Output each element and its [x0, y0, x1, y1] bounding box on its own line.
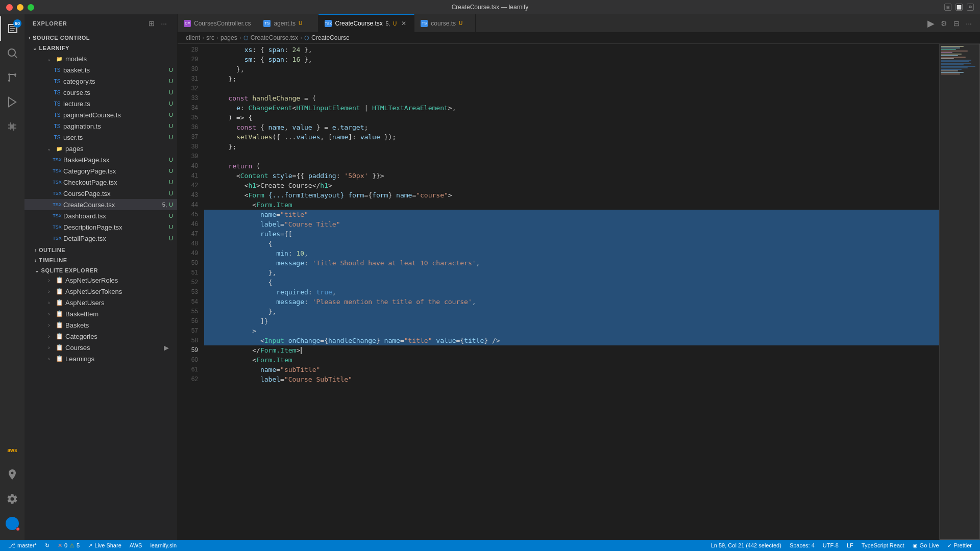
file-course-page[interactable]: TSX CoursePage.tsx U [24, 188, 177, 199]
sqlite-aspnetusers[interactable]: › 📋 AspNetUsers [24, 297, 177, 308]
file-num-badge: 5, [162, 202, 167, 208]
sqlite-basketitem[interactable]: › 📋 BasketItem [24, 308, 177, 319]
window-controls[interactable] [6, 4, 34, 11]
window-icon[interactable]: ⬜ [955, 4, 963, 11]
sqlite-section[interactable]: ⌄ SQLITE EXPLORER [24, 264, 177, 274]
file-description-page[interactable]: TSX DescriptionPage.tsx U [24, 221, 177, 233]
source-control-chevron: › [29, 35, 31, 41]
grid-icon[interactable]: ⊞ [944, 4, 951, 11]
file-pagination-ts[interactable]: TS pagination.ts U [24, 120, 177, 132]
close-button[interactable] [6, 4, 13, 11]
line-number: 45 [178, 210, 204, 219]
git-branch-icon: ⎇ [8, 542, 15, 549]
activity-settings[interactable] [0, 487, 24, 511]
split-editor-button[interactable]: ⊟ [953, 19, 960, 28]
table-expand-icon: › [45, 287, 53, 295]
activity-remote[interactable] [0, 462, 24, 487]
status-live-share[interactable]: ↗ Live Share [84, 540, 126, 551]
file-category-page[interactable]: TSX CategoryPage.tsx U [24, 165, 177, 177]
explorer-badge: 60 [13, 19, 21, 28]
breadcrumb-client[interactable]: client [186, 34, 200, 41]
minimap-viewport[interactable] [940, 44, 980, 540]
activity-search[interactable] [0, 41, 24, 65]
code-area[interactable]: xs: { span: 24 }, sm: { span: 16 }, }, }… [204, 44, 939, 540]
learnify-section[interactable]: ⌄ LEARNIFY [24, 43, 177, 53]
cursor-position: Ln 59, Col 21 (442 selected) [711, 542, 781, 548]
status-language[interactable]: TypeScript React [857, 540, 909, 551]
tab-course-ts[interactable]: TS course.ts U [414, 14, 476, 32]
tab-close-button[interactable]: ✕ [400, 19, 408, 28]
line-number: 46 [178, 219, 204, 229]
breadcrumb-pages[interactable]: pages [220, 34, 237, 41]
status-go-live[interactable]: ◉ Go Live [909, 540, 943, 551]
split-icon[interactable]: ⧉ [967, 4, 974, 11]
minimize-button[interactable] [17, 4, 23, 11]
file-dashboard[interactable]: TSX Dashboard.tsx U [24, 210, 177, 221]
sqlite-baskets[interactable]: › 📋 Baskets [24, 319, 177, 331]
outline-section[interactable]: › OUTLINE [24, 244, 177, 254]
file-create-course[interactable]: TSX CreateCourse.tsx 5, U [24, 199, 177, 210]
status-branch[interactable]: ⎇ master* [4, 540, 41, 551]
status-line-ending[interactable]: LF [843, 540, 857, 551]
line-numbers: 28 29 30 31 32 33 34 35 36 37 38 39 40 4… [178, 44, 204, 540]
status-prettier[interactable]: ✓ Prettier [943, 540, 976, 551]
debug-button[interactable]: ⚙ [941, 19, 947, 28]
outline-chevron: › [35, 247, 37, 253]
activity-aws[interactable]: aws [0, 438, 24, 462]
models-folder[interactable]: ⌄ 📁 models [24, 53, 177, 64]
breadcrumb-file[interactable]: CreateCourse.tsx [251, 34, 298, 41]
activity-account[interactable] [0, 511, 24, 536]
sqlite-categories[interactable]: › 📋 Categories [24, 331, 177, 342]
status-spaces[interactable]: Spaces: 4 [786, 540, 819, 551]
source-control-section[interactable]: › SOURCE CONTROL [24, 33, 177, 43]
line-number: 41 [178, 171, 204, 181]
maximize-button[interactable] [28, 4, 34, 11]
file-detail-page[interactable]: TSX DetailPage.tsx U [24, 233, 177, 244]
activity-extensions[interactable] [0, 114, 24, 139]
file-basket-page[interactable]: TSX BasketPage.tsx U [24, 154, 177, 165]
file-badge: U [169, 112, 173, 118]
account-avatar[interactable] [6, 517, 19, 530]
tsx-file-icon: TSX [53, 234, 61, 242]
status-aws[interactable]: AWS [126, 540, 146, 551]
activity-run[interactable] [0, 90, 24, 114]
sqlite-aspnetuserroles[interactable]: › 📋 AspNetUserRoles [24, 274, 177, 286]
timeline-section[interactable]: › TIMELINE [24, 254, 177, 264]
file-basket-ts[interactable]: TS basket.ts U [24, 64, 177, 76]
ts-file-icon: TS [53, 66, 61, 74]
status-errors[interactable]: ✕ 0 ⚠ 5 [54, 540, 84, 551]
learnify-label: LEARNIFY [39, 45, 69, 51]
tab-create-course[interactable]: TSX CreateCourse.tsx 5, U ✕ [318, 14, 414, 32]
file-badge: U [169, 134, 173, 140]
run-button[interactable]: ▶ [927, 18, 935, 29]
status-cursor[interactable]: Ln 59, Col 21 (442 selected) [707, 540, 786, 551]
tab-agent[interactable]: TS agent.ts U [257, 14, 318, 32]
file-paginated-course-ts[interactable]: TS paginatedCourse.ts U [24, 109, 177, 120]
go-live-icon: ◉ [913, 542, 918, 549]
new-file-button[interactable]: ⊞ [146, 18, 157, 29]
file-lecture-ts[interactable]: TS lecture.ts U [24, 98, 177, 109]
sqlite-courses[interactable]: › 📋 Courses ▶ [24, 342, 177, 353]
run-query-icon[interactable]: ▶ [164, 344, 169, 352]
pages-folder[interactable]: ⌄ 📁 pages [24, 143, 177, 154]
file-course-ts[interactable]: TS course.ts U [24, 87, 177, 98]
file-checkout-page[interactable]: TSX CheckoutPage.tsx U [24, 177, 177, 188]
status-sync[interactable]: ↻ [41, 540, 54, 551]
activity-source-control[interactable] [0, 65, 24, 90]
file-category-ts[interactable]: TS category.ts U [24, 76, 177, 87]
activity-explorer[interactable]: 60 [0, 16, 24, 41]
file-user-ts[interactable]: TS user.ts U [24, 132, 177, 143]
tab-courses-controller[interactable]: C# CoursesController.cs [178, 14, 257, 32]
line-number: 50 [178, 258, 204, 268]
sqlite-aspnetusertokens[interactable]: › 📋 AspNetUserTokens [24, 286, 177, 297]
live-share-icon: ↗ [88, 542, 92, 549]
line-number-active: 59 [178, 345, 204, 355]
code-line-50: message: 'Title Should have at leat 10 c… [204, 258, 939, 268]
breadcrumb-src[interactable]: src [206, 34, 214, 41]
status-encoding[interactable]: UTF-8 [819, 540, 843, 551]
more-options-button[interactable]: ··· [159, 18, 169, 29]
status-sln[interactable]: learnify.sln [146, 540, 181, 551]
more-actions-button[interactable]: ··· [966, 19, 972, 28]
sqlite-learnings[interactable]: › 📋 Learnings [24, 353, 177, 364]
line-number: 29 [178, 55, 204, 64]
